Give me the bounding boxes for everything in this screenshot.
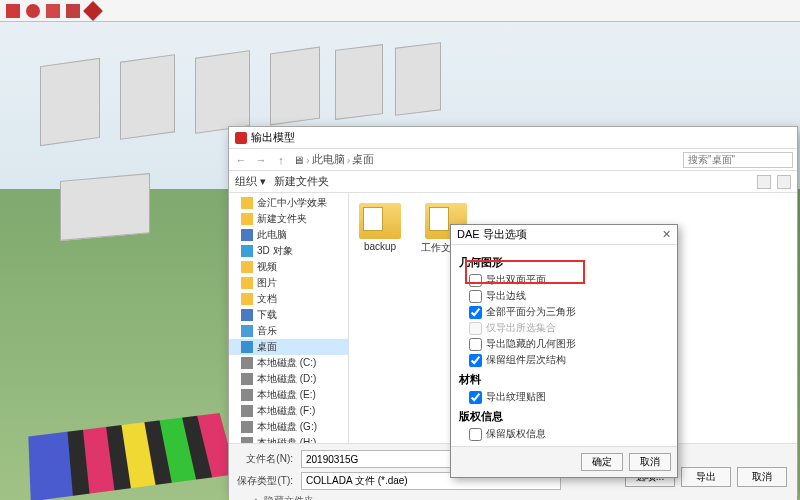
folder-icon [241,325,253,337]
group-material: 材料 [459,372,669,387]
checkbox[interactable] [469,274,482,287]
dae-options-dialog: DAE 导出选项 ✕ 几何图形 导出双面平面导出边线全部平面分为三角形仅导出所选… [450,224,678,478]
filetype-label: 保存类型(T): [237,474,293,488]
close-icon[interactable]: ✕ [662,228,671,241]
option-checkbox[interactable]: 导出边线 [459,288,669,304]
option-label: 导出双面平面 [486,273,546,287]
checkbox[interactable] [469,354,482,367]
forward-button[interactable]: → [253,152,269,168]
sidebar-item[interactable]: 本地磁盘 (G:) [229,419,348,435]
hide-folders-toggle[interactable]: ▲ 隐藏文件夹 [237,494,789,500]
dialog-titlebar[interactable]: 输出模型 [229,127,797,149]
sidebar-item-label: 视频 [257,260,277,274]
help-icon[interactable] [777,175,791,189]
tool-cut-icon[interactable] [6,4,20,18]
sidebar-item[interactable]: 本地磁盘 (F:) [229,403,348,419]
option-label: 保留版权信息 [486,427,546,441]
sidebar-item[interactable]: 视频 [229,259,348,275]
up-button[interactable]: ↑ [273,152,289,168]
folder-tree[interactable]: 金汇中小学效果新建文件夹此电脑3D 对象视频图片文档下载音乐桌面本地磁盘 (C:… [229,193,349,443]
sidebar-item[interactable]: 新建文件夹 [229,211,348,227]
building [60,173,150,241]
folder-icon [241,437,253,443]
back-button[interactable]: ← [233,152,249,168]
export-button[interactable]: 导出 [681,467,731,487]
sidebar-item[interactable]: 此电脑 [229,227,348,243]
folder-icon [241,405,253,417]
sidebar-item-label: 桌面 [257,340,277,354]
tool-ruby-icon[interactable] [83,1,103,21]
sidebar-item[interactable]: 本地磁盘 (H:) [229,435,348,443]
checkbox[interactable] [469,290,482,303]
file-item[interactable]: backup [359,203,401,252]
sidebar-item-label: 本地磁盘 (C:) [257,356,316,370]
folder-icon [241,261,253,273]
checkbox[interactable] [469,338,482,351]
building [195,50,250,134]
colorful-building [28,413,236,500]
file-label: backup [364,241,396,252]
option-checkbox[interactable]: 导出隐藏的几何图形 [459,336,669,352]
option-checkbox[interactable]: 保留版权信息 [459,426,669,442]
option-checkbox: 仅导出所选集合 [459,320,669,336]
sidebar-item[interactable]: 本地磁盘 (C:) [229,355,348,371]
option-checkbox[interactable]: 全部平面分为三角形 [459,304,669,320]
building [335,44,383,120]
sidebar-item[interactable]: 音乐 [229,323,348,339]
breadcrumb[interactable]: 🖥 › 此电脑 › 桌面 [293,152,679,167]
sidebar-item-label: 本地磁盘 (H:) [257,436,316,443]
sidebar-item-label: 本地磁盘 (F:) [257,404,315,418]
sidebar-item[interactable]: 金汇中小学效果 [229,195,348,211]
folder-icon [241,293,253,305]
sidebar-item-label: 本地磁盘 (G:) [257,420,317,434]
sidebar-item[interactable]: 本地磁盘 (E:) [229,387,348,403]
ok-button[interactable]: 确定 [581,453,623,471]
option-label: 导出隐藏的几何图形 [486,337,576,351]
tool-cube-icon[interactable] [46,4,60,18]
dialog-title: 输出模型 [251,130,295,145]
cancel-button[interactable]: 取消 [737,467,787,487]
checkbox[interactable] [469,391,482,404]
organize-button[interactable]: 组织 ▾ [235,174,266,189]
checkbox[interactable] [469,306,482,319]
sidebar-item[interactable]: 本地磁盘 (D:) [229,371,348,387]
folder-icon [241,229,253,241]
sidebar-item[interactable]: 下载 [229,307,348,323]
option-label: 保留组件层次结构 [486,353,566,367]
folder-icon [241,197,253,209]
newfolder-button[interactable]: 新建文件夹 [274,174,329,189]
sidebar-item-label: 音乐 [257,324,277,338]
sidebar-item-label: 本地磁盘 (D:) [257,372,316,386]
view-icon[interactable] [757,175,771,189]
search-input[interactable] [683,152,793,168]
option-label: 导出纹理贴图 [486,390,546,404]
app-icon [235,132,247,144]
option-checkbox[interactable]: 保留组件层次结构 [459,352,669,368]
sidebar-item[interactable]: 桌面 [229,339,348,355]
tool-prefs-icon[interactable] [26,4,40,18]
folder-icon [241,421,253,433]
sidebar-item-label: 下载 [257,308,277,322]
sidebar-item-label: 3D 对象 [257,244,293,258]
sidebar-item[interactable]: 3D 对象 [229,243,348,259]
folder-icon [241,357,253,369]
option-label: 全部平面分为三角形 [486,305,576,319]
building [395,42,441,116]
folder-icon [241,277,253,289]
sidebar-item-label: 金汇中小学效果 [257,196,327,210]
folder-icon [241,341,253,353]
sidebar-item[interactable]: 图片 [229,275,348,291]
cancel-button[interactable]: 取消 [629,453,671,471]
toolbar-row: 组织 ▾ 新建文件夹 [229,171,797,193]
tool-gift-icon[interactable] [66,4,80,18]
checkbox[interactable] [469,428,482,441]
building [120,54,175,140]
option-label: 仅导出所选集合 [486,321,556,335]
sidebar-item-label: 文档 [257,292,277,306]
sidebar-item[interactable]: 文档 [229,291,348,307]
option-label: 导出边线 [486,289,526,303]
option-checkbox[interactable]: 导出双面平面 [459,272,669,288]
folder-icon [241,213,253,225]
options-titlebar[interactable]: DAE 导出选项 ✕ [451,225,677,245]
option-checkbox[interactable]: 导出纹理贴图 [459,389,669,405]
